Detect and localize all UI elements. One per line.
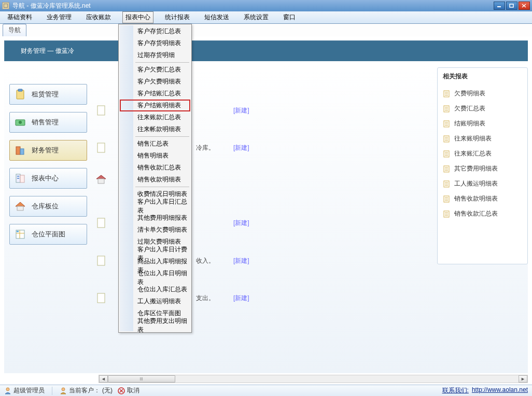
dropdown-item[interactable]: 工人搬运明细表 <box>120 295 190 307</box>
dropdown-item[interactable]: 客户结账明细表 <box>120 100 190 111</box>
dropdown-item[interactable]: 仓位出入库日明细表 <box>120 272 190 284</box>
dropdown-item[interactable]: 客户欠费明细表 <box>120 76 190 88</box>
menu-sms[interactable]: 短信发送 <box>201 11 232 23</box>
svg-rect-4 <box>17 90 24 99</box>
dropdown-item[interactable]: 客户欠费汇总表 <box>120 64 190 76</box>
dropdown-separator <box>135 187 189 187</box>
related-reports-title: 相关报表 <box>443 72 522 81</box>
related-report-item[interactable]: 往来账明细表 <box>443 134 522 143</box>
related-report-item[interactable]: 欠费汇总表 <box>443 104 522 113</box>
file-icon <box>94 291 109 305</box>
menu-business[interactable]: 业务管理 <box>44 11 75 23</box>
scroll-right-button[interactable]: ► <box>519 375 527 383</box>
document-icon <box>443 120 450 128</box>
related-report-label: 欠费汇总表 <box>454 104 485 113</box>
related-report-item[interactable]: 销售收款明细表 <box>443 194 522 203</box>
menu-system-settings[interactable]: 系统设置 <box>241 11 272 23</box>
related-report-item[interactable]: 结账明细表 <box>443 119 522 128</box>
close-button[interactable] <box>519 2 530 10</box>
banner-prefix: 财务管理 ― 傲蓝冷 <box>21 47 74 55</box>
maximize-button[interactable] <box>506 2 517 10</box>
user-icon <box>4 387 11 394</box>
dropdown-item[interactable]: 客户存货明细表 <box>120 37 190 49</box>
dropdown-item[interactable]: 客户存货汇总表 <box>120 25 190 37</box>
clipboard-icon <box>14 88 26 101</box>
file-icon <box>94 140 109 155</box>
related-report-item[interactable]: 其它费用明细表 <box>443 164 522 173</box>
cancel-icon <box>118 387 125 394</box>
dropdown-item[interactable]: 销售收款明细表 <box>120 174 190 186</box>
menu-basic-data[interactable]: 基础资料 <box>4 11 35 23</box>
statusbar: 超级管理员 当前客户： (无) 取消 联系我们: http://www.aola… <box>0 385 532 396</box>
related-report-item[interactable]: 销售收款汇总表 <box>443 209 522 218</box>
menu-statistics[interactable]: 统计报表 <box>162 11 193 23</box>
svg-rect-13 <box>17 178 19 179</box>
new-link[interactable]: [新建] <box>233 144 249 152</box>
new-link[interactable]: [新建] <box>233 294 249 303</box>
dropdown-item[interactable]: 客户出入库日汇总表 <box>120 200 190 212</box>
dropdown-item[interactable]: 往来账款汇总表 <box>120 111 190 123</box>
menu-receivables[interactable]: 应收账款 <box>83 11 114 23</box>
svg-rect-15 <box>17 206 23 210</box>
minimize-button[interactable] <box>494 2 505 10</box>
nav-sales-mgmt[interactable]: 销售管理 <box>9 112 87 133</box>
document-icon <box>443 135 450 143</box>
dropdown-item[interactable]: 清卡单欠费明细表 <box>120 224 190 236</box>
window-title: 导航 - 傲蓝冷库管理系统.net <box>12 2 494 10</box>
nav-report-center[interactable]: 报表中心 <box>9 168 87 189</box>
scroll-track[interactable] <box>108 375 519 383</box>
related-report-label: 工人搬运明细表 <box>454 179 498 188</box>
document-icon <box>443 105 450 112</box>
scroll-left-button[interactable]: ◄ <box>99 375 108 383</box>
dropdown-item[interactable]: 其他费用明细报表 <box>120 212 190 224</box>
related-report-label: 销售收款汇总表 <box>454 209 498 218</box>
dropdown-item[interactable]: 销售汇总表 <box>120 138 190 150</box>
document-icon <box>443 180 450 188</box>
document-icon <box>443 150 450 158</box>
dropdown-item[interactable]: 客户结账汇总表 <box>120 88 190 100</box>
svg-rect-25 <box>97 256 105 265</box>
dropdown-item[interactable]: 仓位出入库汇总表 <box>120 284 190 295</box>
new-link[interactable]: [新建] <box>233 257 249 265</box>
document-icon <box>443 165 450 173</box>
nav-warehouse-slots[interactable]: 仓库板位 <box>9 196 87 217</box>
tab-nav[interactable]: 导航 <box>3 24 26 36</box>
menu-report-center[interactable]: 报表中心 <box>122 11 153 23</box>
related-report-item[interactable]: 欠费明细表 <box>443 89 522 98</box>
sidebar: 租赁管理 销售管理 财务管理 <box>4 65 92 373</box>
new-link[interactable]: [新建] <box>233 106 249 115</box>
svg-rect-24 <box>97 218 105 228</box>
menu-window[interactable]: 窗口 <box>280 11 299 23</box>
document-icon <box>443 90 450 97</box>
related-report-item[interactable]: 工人搬运明细表 <box>443 179 522 188</box>
dropdown-item[interactable]: 往来帐款明细表 <box>120 123 190 135</box>
svg-rect-9 <box>20 149 24 154</box>
nav-label: 仓库板位 <box>32 202 59 211</box>
dropdown-item[interactable]: 销售收款汇总表 <box>120 162 190 174</box>
contact-label: 联系我们: <box>442 386 469 395</box>
related-report-item[interactable]: 往来账汇总表 <box>443 149 522 158</box>
dropdown-item[interactable]: 过期存货明细 <box>120 49 190 61</box>
dropdown-item[interactable]: 销售明细表 <box>120 150 190 162</box>
nav-label: 销售管理 <box>32 118 59 127</box>
horizontal-scrollbar[interactable]: ◄ ► <box>99 375 528 383</box>
svg-rect-21 <box>97 143 105 152</box>
nav-floorplan[interactable]: 仓位平面图 <box>9 224 87 245</box>
row-text: 收入。 <box>196 257 215 265</box>
contact-link[interactable]: http://www.aolan.net <box>472 386 528 395</box>
title-bar: 导航 - 傲蓝冷库管理系统.net <box>0 0 532 11</box>
floorplan-icon <box>14 228 26 241</box>
related-report-label: 往来账明细表 <box>454 134 492 143</box>
status-cancel[interactable]: 取消 <box>118 386 139 395</box>
dropdown-item[interactable]: 其他费用支出明细表 <box>120 319 190 331</box>
row-text: 冷库。 <box>196 144 215 152</box>
house-icon <box>14 200 26 213</box>
new-link[interactable]: [新建] <box>233 219 249 228</box>
file-icon <box>94 172 109 187</box>
svg-marker-14 <box>16 202 25 206</box>
nav-finance-mgmt[interactable]: 财务管理 <box>9 140 87 161</box>
nav-rental-mgmt[interactable]: 租赁管理 <box>9 84 87 105</box>
scroll-thumb[interactable] <box>108 375 175 383</box>
related-report-label: 其它费用明细表 <box>454 164 498 173</box>
status-current-customer: 当前客户： (无) <box>60 386 113 395</box>
